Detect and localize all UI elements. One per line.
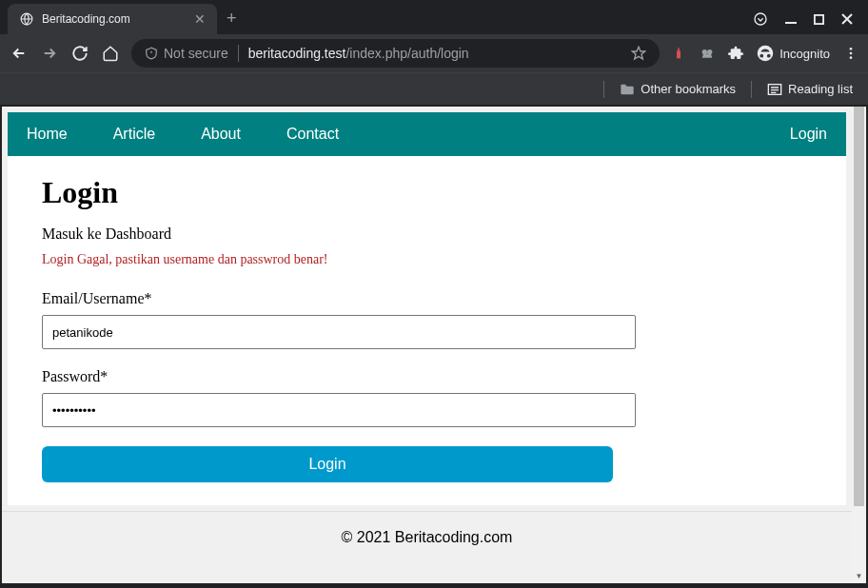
reload-button[interactable] [70, 45, 89, 62]
svg-point-1 [755, 13, 766, 25]
nav-home[interactable]: Home [27, 126, 68, 143]
svg-rect-4 [677, 50, 681, 58]
other-bookmarks-label: Other bookmarks [641, 82, 736, 96]
nav-login[interactable]: Login [790, 126, 827, 142]
nav-links: Home Article About Contact [27, 126, 339, 143]
toolbar-icons: Incognito [671, 45, 858, 62]
svg-rect-2 [785, 22, 797, 24]
globe-icon [19, 11, 34, 27]
password-input[interactable] [42, 393, 636, 427]
main-content: Login Masuk ke Dashboard Login Gagal, pa… [8, 156, 846, 505]
login-button[interactable]: Login [42, 446, 613, 482]
incognito-badge[interactable]: Incognito [757, 45, 830, 62]
maximize-icon[interactable] [814, 14, 824, 25]
address-bar: Not secure beritacoding.test/index.php/a… [0, 34, 868, 72]
username-label: Email/Username* [42, 290, 812, 307]
svg-point-9 [850, 52, 853, 55]
nav-article[interactable]: Article [113, 126, 155, 143]
svg-rect-3 [815, 14, 823, 23]
extensions-icon[interactable] [728, 46, 743, 61]
nav-about[interactable]: About [201, 126, 241, 143]
other-bookmarks[interactable]: Other bookmarks [620, 82, 736, 96]
nav-contact[interactable]: Contact [286, 126, 339, 143]
browser-chrome: Beritacoding.com ✕ + Not secure beritaco… [0, 0, 868, 107]
extension-icon-1[interactable] [671, 46, 686, 61]
new-tab-button[interactable]: + [227, 9, 237, 29]
error-message: Login Gagal, pastikan username dan passw… [42, 252, 812, 267]
close-window-icon[interactable] [841, 13, 853, 25]
svg-point-5 [702, 49, 707, 54]
dropdown-icon[interactable] [753, 11, 768, 27]
close-icon[interactable]: ✕ [194, 11, 206, 27]
footer-text: © 2021 Beritacoding.com [342, 529, 513, 545]
footer: © 2021 Beritacoding.com [2, 511, 852, 563]
scrollbar[interactable]: ▲ ▼ [852, 107, 866, 583]
reading-list[interactable]: Reading list [767, 82, 853, 96]
forward-button[interactable] [40, 45, 59, 62]
svg-point-10 [850, 56, 853, 59]
content-area: Home Article About Contact Login Login M… [2, 107, 852, 583]
tab-title: Beritacoding.com [42, 12, 187, 26]
scroll-down-icon[interactable]: ▼ [852, 569, 866, 583]
svg-point-6 [707, 49, 712, 54]
home-button[interactable] [101, 45, 120, 62]
url-text: beritacoding.test/index.php/auth/login [248, 46, 622, 61]
username-input[interactable] [42, 315, 636, 349]
bookmarks-bar: Other bookmarks Reading list [0, 72, 868, 105]
url-bar[interactable]: Not secure beritacoding.test/index.php/a… [131, 39, 660, 68]
site-navbar: Home Article About Contact Login [8, 112, 846, 156]
url-divider [238, 45, 239, 62]
security-indicator[interactable]: Not secure [145, 46, 228, 61]
star-icon[interactable] [631, 46, 646, 61]
reading-list-label: Reading list [788, 82, 853, 96]
menu-icon[interactable] [843, 46, 858, 61]
svg-point-7 [758, 46, 774, 62]
nav-right: Login [790, 126, 827, 143]
viewport: Home Article About Contact Login Login M… [0, 107, 868, 585]
browser-tab[interactable]: Beritacoding.com ✕ [8, 4, 217, 34]
scrollbar-thumb[interactable] [854, 107, 864, 506]
page-subtitle: Masuk ke Dashboard [42, 225, 812, 243]
password-label: Password* [42, 368, 812, 385]
svg-point-8 [850, 48, 853, 50]
security-label: Not secure [164, 46, 228, 61]
minimize-icon[interactable] [785, 13, 797, 25]
back-button[interactable] [10, 45, 29, 62]
extension-icon-2[interactable] [700, 46, 715, 61]
tab-bar: Beritacoding.com ✕ + [0, 0, 868, 34]
window-controls [753, 11, 868, 27]
page-title: Login [42, 175, 812, 210]
incognito-label: Incognito [779, 47, 830, 61]
